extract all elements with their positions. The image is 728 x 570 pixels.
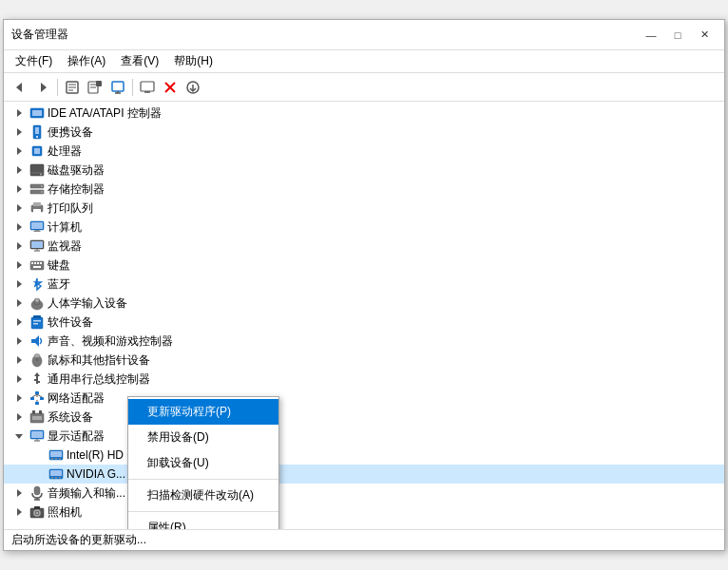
svg-point-117 xyxy=(36,512,39,515)
svg-rect-94 xyxy=(32,416,42,420)
tree-item-13[interactable]: 声音、视频和游戏控制器 xyxy=(4,332,724,351)
context-menu-item-6[interactable]: 属性(R) xyxy=(128,515,278,529)
tree-item-8[interactable]: 监视器 xyxy=(4,237,724,256)
tree-item-18[interactable]: 显示适配器 xyxy=(4,427,724,446)
expand-icon-4[interactable] xyxy=(11,162,27,178)
expand-icon-12[interactable] xyxy=(11,314,27,330)
toolbar-separator-2 xyxy=(132,79,133,96)
tree-item-label-4: 磁盘驱动器 xyxy=(48,162,105,179)
minimize-button[interactable]: — xyxy=(639,26,663,45)
tree-item-16[interactable]: 网络适配器 xyxy=(4,389,724,408)
audio-icon xyxy=(29,485,45,501)
context-menu-item-4[interactable]: 扫描检测硬件改动(A) xyxy=(128,483,278,508)
tree-item-label-7: 计算机 xyxy=(48,219,82,236)
tree-item-3[interactable]: 处理器 xyxy=(4,142,724,161)
svg-rect-9 xyxy=(96,81,102,86)
gpu-icon xyxy=(48,447,64,463)
close-button[interactable]: ✕ xyxy=(692,26,717,45)
svg-rect-118 xyxy=(34,506,40,509)
tree-item-7[interactable]: 计算机 xyxy=(4,218,724,237)
menu-help[interactable]: 帮助(H) xyxy=(166,51,220,71)
tree-item-17[interactable]: 系统设备 xyxy=(4,408,724,427)
svg-rect-107 xyxy=(51,477,53,479)
tree-item-1[interactable]: IDE ATA/ATAPI 控制器 xyxy=(4,104,724,123)
svg-rect-101 xyxy=(50,451,62,457)
maximize-button[interactable]: □ xyxy=(665,26,690,45)
toolbar xyxy=(4,73,724,102)
expand-icon-3[interactable] xyxy=(11,143,27,159)
tree-item-label-3: 处理器 xyxy=(48,143,82,160)
tree-item-22[interactable]: 照相机 xyxy=(4,503,724,522)
svg-marker-39 xyxy=(17,204,22,212)
menu-action[interactable]: 操作(A) xyxy=(60,51,113,71)
expand-icon-11[interactable] xyxy=(11,295,27,311)
svg-marker-61 xyxy=(17,299,22,307)
svg-rect-29 xyxy=(34,148,40,154)
expand-icon-1[interactable] xyxy=(11,105,27,121)
menu-view[interactable]: 查看(V) xyxy=(113,51,166,71)
tree-item-2[interactable]: 便携设备 xyxy=(4,123,724,142)
tree-item-9[interactable]: 键盘 xyxy=(4,256,724,275)
svg-rect-49 xyxy=(31,241,43,248)
tree-item-label-9: 键盘 xyxy=(48,257,70,274)
tree-item-4[interactable]: 磁盘驱动器 xyxy=(4,161,724,180)
expand-icon-18[interactable] xyxy=(11,428,27,444)
svg-rect-83 xyxy=(30,397,34,400)
expand-icon-13[interactable] xyxy=(11,333,27,349)
scan-button[interactable] xyxy=(85,77,105,98)
update-driver-button[interactable] xyxy=(107,77,128,98)
tree-item-21[interactable]: 音频输入和输... xyxy=(4,484,724,503)
properties-button[interactable] xyxy=(62,77,83,98)
computer-icon xyxy=(29,219,45,235)
title-bar: 设备管理器 — □ ✕ xyxy=(4,20,724,50)
svg-rect-45 xyxy=(31,222,43,229)
svg-marker-0 xyxy=(16,83,22,92)
tree-item-11[interactable]: 人体学输入设备 xyxy=(4,294,724,313)
expand-icon-6[interactable] xyxy=(11,200,27,216)
tree-item-19[interactable]: Intel(R) HD Graphics xyxy=(4,446,724,465)
context-menu-item-1[interactable]: 禁用设备(D) xyxy=(128,425,278,450)
uninstall-button[interactable] xyxy=(160,77,181,98)
context-menu-item-0[interactable]: 更新驱动程序(P) xyxy=(128,399,278,425)
expand-icon-9[interactable] xyxy=(11,257,27,273)
tree-item-20[interactable]: NVIDIA G... xyxy=(4,465,724,484)
svg-rect-111 xyxy=(34,486,40,495)
svg-rect-67 xyxy=(33,315,41,318)
menu-bar: 文件(F) 操作(A) 查看(V) 帮助(H) xyxy=(4,50,724,73)
status-bar: 启动所选设备的更新驱动... xyxy=(4,529,724,550)
svg-rect-41 xyxy=(33,202,41,206)
expand-icon-14[interactable] xyxy=(11,352,27,368)
tree-item-5[interactable]: 存储控制器 xyxy=(4,180,724,199)
expand-icon-15[interactable] xyxy=(11,371,27,387)
expand-icon-5[interactable] xyxy=(11,181,27,197)
svg-rect-54 xyxy=(31,262,33,264)
tree-item-10[interactable]: 蓝牙 xyxy=(4,275,724,294)
tree-item-label-12: 软件设备 xyxy=(48,314,93,331)
menu-file[interactable]: 文件(F) xyxy=(8,51,60,71)
expand-icon-10[interactable] xyxy=(11,276,27,292)
expand-icon-22[interactable] xyxy=(11,504,27,520)
tree-item-14[interactable]: 鼠标和其他指针设备 xyxy=(4,351,724,370)
forward-button[interactable] xyxy=(32,77,53,98)
expand-icon-7[interactable] xyxy=(11,219,27,235)
tree-item-label-8: 监视器 xyxy=(48,238,82,255)
tree-item-12[interactable]: 软件设备 xyxy=(4,313,724,332)
monitor-icon-btn[interactable] xyxy=(137,77,158,98)
portable-icon xyxy=(29,124,45,140)
tree-item-15[interactable]: 通用串行总线控制器 xyxy=(4,370,724,389)
svg-rect-102 xyxy=(51,458,53,460)
svg-rect-22 xyxy=(32,110,42,116)
tree-item-6[interactable]: 打印队列 xyxy=(4,199,724,218)
expand-icon-16[interactable] xyxy=(11,390,27,406)
svg-rect-58 xyxy=(33,266,41,268)
expand-icon-21[interactable] xyxy=(11,485,27,501)
expand-icon-17[interactable] xyxy=(11,409,27,425)
expand-icon-2[interactable] xyxy=(11,124,27,140)
device-tree[interactable]: IDE ATA/ATAPI 控制器便携设备处理器磁盘驱动器存储控制器打印队列计算… xyxy=(4,102,724,529)
back-button[interactable] xyxy=(10,77,30,98)
expand-icon-8[interactable] xyxy=(11,238,27,254)
usb-icon xyxy=(29,371,45,387)
context-menu-item-2[interactable]: 卸载设备(U) xyxy=(128,450,278,476)
sound-icon xyxy=(29,333,45,349)
download-button[interactable] xyxy=(182,77,203,98)
